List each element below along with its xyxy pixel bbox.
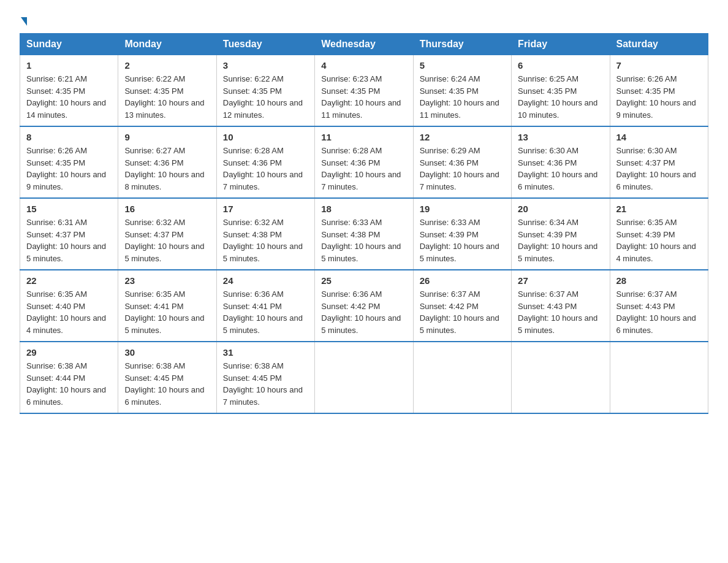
calendar-day-cell: 2 Sunrise: 6:22 AMSunset: 4:35 PMDayligh… (118, 55, 216, 127)
day-info: Sunrise: 6:26 AMSunset: 4:35 PMDaylight:… (616, 73, 702, 121)
day-number: 5 (420, 60, 505, 71)
day-number: 2 (124, 60, 210, 71)
calendar-day-cell: 12 Sunrise: 6:29 AMSunset: 4:36 PMDaylig… (413, 126, 511, 198)
day-number: 15 (26, 204, 112, 214)
day-info: Sunrise: 6:36 AMSunset: 4:42 PMDaylight:… (321, 288, 406, 336)
day-info: Sunrise: 6:35 AMSunset: 4:40 PMDaylight:… (26, 288, 112, 336)
calendar-day-cell: 7 Sunrise: 6:26 AMSunset: 4:35 PMDayligh… (610, 55, 708, 127)
day-number: 13 (518, 132, 603, 142)
calendar-header-wednesday: Wednesday (315, 34, 413, 55)
day-number: 20 (518, 204, 603, 214)
calendar-day-cell: 14 Sunrise: 6:30 AMSunset: 4:37 PMDaylig… (610, 126, 708, 198)
day-info: Sunrise: 6:23 AMSunset: 4:35 PMDaylight:… (321, 73, 406, 121)
calendar-day-cell: 16 Sunrise: 6:32 AMSunset: 4:37 PMDaylig… (118, 198, 216, 270)
day-number: 17 (223, 204, 308, 214)
day-info: Sunrise: 6:34 AMSunset: 4:39 PMDaylight:… (518, 216, 603, 264)
day-number: 9 (124, 132, 210, 142)
calendar-day-cell: 3 Sunrise: 6:22 AMSunset: 4:35 PMDayligh… (216, 55, 314, 127)
day-number: 21 (616, 204, 702, 214)
day-number: 31 (223, 347, 308, 358)
calendar-week-row: 29 Sunrise: 6:38 AMSunset: 4:44 PMDaylig… (20, 342, 708, 413)
day-number: 28 (616, 275, 702, 286)
calendar-header-friday: Friday (512, 34, 610, 55)
calendar-header-saturday: Saturday (610, 34, 708, 55)
calendar-day-cell: 18 Sunrise: 6:33 AMSunset: 4:38 PMDaylig… (315, 198, 413, 270)
calendar-day-cell: 27 Sunrise: 6:37 AMSunset: 4:43 PMDaylig… (512, 270, 610, 342)
calendar-day-cell: 22 Sunrise: 6:35 AMSunset: 4:40 PMDaylig… (20, 270, 118, 342)
calendar-day-cell: 23 Sunrise: 6:35 AMSunset: 4:41 PMDaylig… (118, 270, 216, 342)
day-info: Sunrise: 6:25 AMSunset: 4:35 PMDaylight:… (518, 73, 603, 121)
day-number: 18 (321, 204, 406, 214)
calendar-day-cell: 29 Sunrise: 6:38 AMSunset: 4:44 PMDaylig… (20, 342, 118, 413)
day-number: 12 (420, 132, 505, 142)
day-info: Sunrise: 6:37 AMSunset: 4:43 PMDaylight:… (616, 288, 702, 336)
day-info: Sunrise: 6:21 AMSunset: 4:35 PMDaylight:… (26, 73, 112, 121)
calendar-day-cell: 19 Sunrise: 6:33 AMSunset: 4:39 PMDaylig… (413, 198, 511, 270)
calendar-day-cell: 6 Sunrise: 6:25 AMSunset: 4:35 PMDayligh… (512, 55, 610, 127)
calendar-day-cell: 9 Sunrise: 6:27 AMSunset: 4:36 PMDayligh… (118, 126, 216, 198)
calendar-day-cell (315, 342, 413, 413)
calendar-day-cell: 21 Sunrise: 6:35 AMSunset: 4:39 PMDaylig… (610, 198, 708, 270)
day-number: 14 (616, 132, 702, 142)
calendar-day-cell: 13 Sunrise: 6:30 AMSunset: 4:36 PMDaylig… (512, 126, 610, 198)
day-info: Sunrise: 6:35 AMSunset: 4:41 PMDaylight:… (124, 288, 210, 336)
day-info: Sunrise: 6:37 AMSunset: 4:42 PMDaylight:… (420, 288, 505, 336)
calendar-day-cell: 26 Sunrise: 6:37 AMSunset: 4:42 PMDaylig… (413, 270, 511, 342)
day-number: 23 (124, 275, 210, 286)
day-info: Sunrise: 6:32 AMSunset: 4:38 PMDaylight:… (223, 216, 308, 264)
calendar-day-cell (610, 342, 708, 413)
day-info: Sunrise: 6:22 AMSunset: 4:35 PMDaylight:… (124, 73, 210, 121)
day-number: 8 (26, 132, 112, 142)
day-info: Sunrise: 6:27 AMSunset: 4:36 PMDaylight:… (124, 145, 210, 193)
day-info: Sunrise: 6:36 AMSunset: 4:41 PMDaylight:… (223, 288, 308, 336)
day-number: 6 (518, 60, 603, 71)
day-info: Sunrise: 6:30 AMSunset: 4:36 PMDaylight:… (518, 145, 603, 193)
day-info: Sunrise: 6:28 AMSunset: 4:36 PMDaylight:… (321, 145, 406, 193)
calendar-week-row: 15 Sunrise: 6:31 AMSunset: 4:37 PMDaylig… (20, 198, 708, 270)
calendar-day-cell: 25 Sunrise: 6:36 AMSunset: 4:42 PMDaylig… (315, 270, 413, 342)
calendar-day-cell: 15 Sunrise: 6:31 AMSunset: 4:37 PMDaylig… (20, 198, 118, 270)
calendar-header-tuesday: Tuesday (216, 34, 314, 55)
day-info: Sunrise: 6:32 AMSunset: 4:37 PMDaylight:… (124, 216, 210, 264)
day-number: 16 (124, 204, 210, 214)
day-number: 3 (223, 60, 308, 71)
day-info: Sunrise: 6:29 AMSunset: 4:36 PMDaylight:… (420, 145, 505, 193)
day-info: Sunrise: 6:33 AMSunset: 4:38 PMDaylight:… (321, 216, 406, 264)
day-number: 19 (420, 204, 505, 214)
day-number: 25 (321, 275, 406, 286)
day-info: Sunrise: 6:22 AMSunset: 4:35 PMDaylight:… (223, 73, 308, 121)
day-info: Sunrise: 6:38 AMSunset: 4:45 PMDaylight:… (223, 360, 308, 408)
day-info: Sunrise: 6:24 AMSunset: 4:35 PMDaylight:… (420, 73, 505, 121)
day-info: Sunrise: 6:35 AMSunset: 4:39 PMDaylight:… (616, 216, 702, 264)
calendar-day-cell: 10 Sunrise: 6:28 AMSunset: 4:36 PMDaylig… (216, 126, 314, 198)
calendar-day-cell: 20 Sunrise: 6:34 AMSunset: 4:39 PMDaylig… (512, 198, 610, 270)
calendar-day-cell: 1 Sunrise: 6:21 AMSunset: 4:35 PMDayligh… (20, 55, 118, 127)
page-header (20, 15, 708, 26)
calendar-day-cell (413, 342, 511, 413)
day-number: 1 (26, 60, 112, 71)
calendar-day-cell: 28 Sunrise: 6:37 AMSunset: 4:43 PMDaylig… (610, 270, 708, 342)
day-info: Sunrise: 6:33 AMSunset: 4:39 PMDaylight:… (420, 216, 505, 264)
day-info: Sunrise: 6:38 AMSunset: 4:45 PMDaylight:… (124, 360, 210, 408)
calendar-header-thursday: Thursday (413, 34, 511, 55)
calendar-header-monday: Monday (118, 34, 216, 55)
calendar-week-row: 8 Sunrise: 6:26 AMSunset: 4:35 PMDayligh… (20, 126, 708, 198)
day-info: Sunrise: 6:38 AMSunset: 4:44 PMDaylight:… (26, 360, 112, 408)
day-number: 24 (223, 275, 308, 286)
day-number: 30 (124, 347, 210, 358)
day-number: 11 (321, 132, 406, 142)
calendar-day-cell (512, 342, 610, 413)
day-info: Sunrise: 6:31 AMSunset: 4:37 PMDaylight:… (26, 216, 112, 264)
day-number: 29 (26, 347, 112, 358)
day-number: 10 (223, 132, 308, 142)
day-number: 22 (26, 275, 112, 286)
day-info: Sunrise: 6:30 AMSunset: 4:37 PMDaylight:… (616, 145, 702, 193)
calendar-week-row: 22 Sunrise: 6:35 AMSunset: 4:40 PMDaylig… (20, 270, 708, 342)
calendar-day-cell: 11 Sunrise: 6:28 AMSunset: 4:36 PMDaylig… (315, 126, 413, 198)
calendar-day-cell: 17 Sunrise: 6:32 AMSunset: 4:38 PMDaylig… (216, 198, 314, 270)
day-number: 4 (321, 60, 406, 71)
calendar-header-row: SundayMondayTuesdayWednesdayThursdayFrid… (20, 34, 708, 55)
day-info: Sunrise: 6:26 AMSunset: 4:35 PMDaylight:… (26, 145, 112, 193)
day-number: 26 (420, 275, 505, 286)
calendar-day-cell: 31 Sunrise: 6:38 AMSunset: 4:45 PMDaylig… (216, 342, 314, 413)
